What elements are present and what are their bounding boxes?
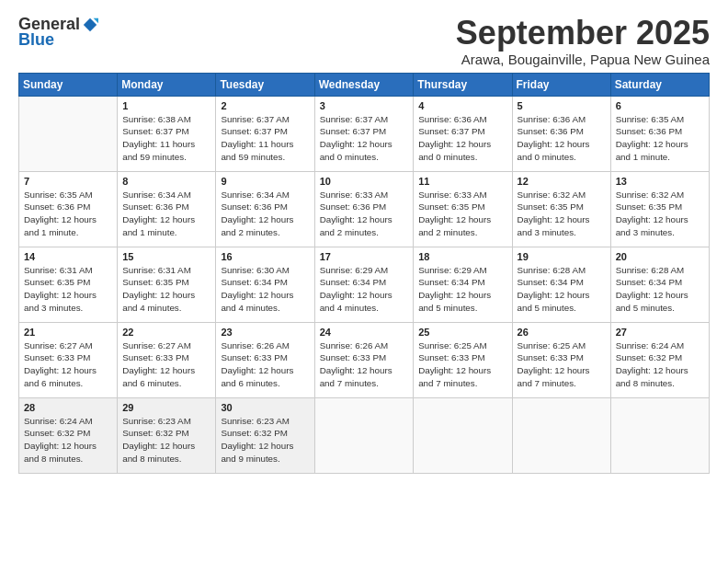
day-number: 28 — [24, 402, 112, 413]
day-info: Sunrise: 6:35 AM Sunset: 6:36 PM Dayligh… — [616, 113, 704, 164]
calendar-cell: 22Sunrise: 6:27 AM Sunset: 6:33 PM Dayli… — [118, 322, 216, 397]
day-number: 7 — [24, 176, 112, 187]
day-info: Sunrise: 6:27 AM Sunset: 6:33 PM Dayligh… — [122, 339, 210, 390]
day-number: 25 — [418, 327, 506, 338]
day-of-week-friday: Friday — [512, 73, 610, 96]
day-info: Sunrise: 6:24 AM Sunset: 6:32 PM Dayligh… — [24, 415, 112, 465]
calendar-cell: 28Sunrise: 6:24 AM Sunset: 6:32 PM Dayli… — [19, 397, 118, 473]
calendar-cell: 17Sunrise: 6:29 AM Sunset: 6:34 PM Dayli… — [314, 247, 414, 322]
day-number: 21 — [24, 327, 112, 338]
day-info: Sunrise: 6:24 AM Sunset: 6:32 PM Dayligh… — [616, 339, 704, 390]
day-of-week-thursday: Thursday — [414, 73, 512, 96]
location: Arawa, Bougainville, Papua New Guinea — [456, 52, 710, 67]
day-number: 11 — [418, 176, 506, 187]
day-info: Sunrise: 6:37 AM Sunset: 6:37 PM Dayligh… — [320, 113, 409, 164]
logo: General Blue — [18, 15, 98, 50]
day-of-week-tuesday: Tuesday — [216, 73, 314, 96]
day-number: 17 — [320, 251, 409, 262]
calendar-cell: 2Sunrise: 6:37 AM Sunset: 6:37 PM Daylig… — [216, 96, 314, 171]
day-info: Sunrise: 6:26 AM Sunset: 6:33 PM Dayligh… — [320, 339, 409, 390]
day-number: 5 — [518, 100, 606, 111]
page: General Blue September 2025 Arawa, Bouga… — [0, 0, 728, 563]
day-info: Sunrise: 6:32 AM Sunset: 6:35 PM Dayligh… — [518, 189, 606, 239]
calendar-cell: 10Sunrise: 6:33 AM Sunset: 6:36 PM Dayli… — [314, 171, 414, 247]
day-info: Sunrise: 6:31 AM Sunset: 6:35 PM Dayligh… — [24, 264, 112, 315]
calendar-cell — [414, 397, 512, 473]
calendar-cell: 30Sunrise: 6:23 AM Sunset: 6:32 PM Dayli… — [216, 397, 314, 473]
logo-icon — [82, 17, 98, 33]
day-number: 18 — [418, 251, 506, 262]
calendar-cell: 7Sunrise: 6:35 AM Sunset: 6:36 PM Daylig… — [19, 171, 118, 247]
day-number: 12 — [518, 176, 606, 187]
day-number: 16 — [221, 251, 309, 262]
day-number: 15 — [122, 251, 210, 262]
calendar-cell: 16Sunrise: 6:30 AM Sunset: 6:34 PM Dayli… — [216, 247, 314, 322]
day-number: 1 — [122, 100, 210, 111]
calendar-week-row: 21Sunrise: 6:27 AM Sunset: 6:33 PM Dayli… — [19, 322, 710, 397]
day-number: 8 — [122, 176, 210, 187]
day-number: 27 — [616, 327, 704, 338]
day-info: Sunrise: 6:27 AM Sunset: 6:33 PM Dayligh… — [24, 339, 112, 390]
day-of-week-monday: Monday — [118, 73, 216, 96]
calendar-cell: 6Sunrise: 6:35 AM Sunset: 6:36 PM Daylig… — [610, 96, 709, 171]
calendar-week-row: 1Sunrise: 6:38 AM Sunset: 6:37 PM Daylig… — [19, 96, 710, 171]
day-info: Sunrise: 6:33 AM Sunset: 6:35 PM Dayligh… — [418, 189, 506, 239]
calendar-week-row: 28Sunrise: 6:24 AM Sunset: 6:32 PM Dayli… — [19, 397, 710, 473]
day-info: Sunrise: 6:28 AM Sunset: 6:34 PM Dayligh… — [616, 264, 704, 315]
day-number: 30 — [221, 402, 309, 413]
day-number: 24 — [320, 327, 409, 338]
calendar-cell: 5Sunrise: 6:36 AM Sunset: 6:36 PM Daylig… — [512, 96, 610, 171]
calendar-cell: 29Sunrise: 6:23 AM Sunset: 6:32 PM Dayli… — [118, 397, 216, 473]
calendar-cell — [314, 397, 414, 473]
day-info: Sunrise: 6:29 AM Sunset: 6:34 PM Dayligh… — [320, 264, 409, 315]
day-of-week-sunday: Sunday — [19, 73, 118, 96]
calendar-cell: 14Sunrise: 6:31 AM Sunset: 6:35 PM Dayli… — [19, 247, 118, 322]
day-info: Sunrise: 6:31 AM Sunset: 6:35 PM Dayligh… — [122, 264, 210, 315]
calendar-cell — [512, 397, 610, 473]
day-number: 23 — [221, 327, 309, 338]
day-info: Sunrise: 6:29 AM Sunset: 6:34 PM Dayligh… — [418, 264, 506, 315]
day-number: 22 — [122, 327, 210, 338]
day-info: Sunrise: 6:33 AM Sunset: 6:36 PM Dayligh… — [320, 189, 409, 239]
month-title: September 2025 — [456, 15, 710, 52]
header: General Blue September 2025 Arawa, Bouga… — [18, 15, 710, 67]
calendar-cell: 23Sunrise: 6:26 AM Sunset: 6:33 PM Dayli… — [216, 322, 314, 397]
day-of-week-wednesday: Wednesday — [314, 73, 414, 96]
calendar-cell: 21Sunrise: 6:27 AM Sunset: 6:33 PM Dayli… — [19, 322, 118, 397]
day-number: 19 — [518, 251, 606, 262]
calendar-cell: 9Sunrise: 6:34 AM Sunset: 6:36 PM Daylig… — [216, 171, 314, 247]
day-info: Sunrise: 6:28 AM Sunset: 6:34 PM Dayligh… — [518, 264, 606, 315]
title-block: September 2025 Arawa, Bougainville, Papu… — [456, 15, 710, 67]
day-number: 2 — [221, 100, 309, 111]
calendar-cell — [19, 96, 118, 171]
day-info: Sunrise: 6:23 AM Sunset: 6:32 PM Dayligh… — [122, 415, 210, 465]
day-info: Sunrise: 6:36 AM Sunset: 6:36 PM Dayligh… — [518, 113, 606, 164]
calendar-week-row: 14Sunrise: 6:31 AM Sunset: 6:35 PM Dayli… — [19, 247, 710, 322]
day-number: 29 — [122, 402, 210, 413]
calendar-cell: 19Sunrise: 6:28 AM Sunset: 6:34 PM Dayli… — [512, 247, 610, 322]
day-info: Sunrise: 6:35 AM Sunset: 6:36 PM Dayligh… — [24, 189, 112, 239]
day-number: 9 — [221, 176, 309, 187]
day-number: 20 — [616, 251, 704, 262]
calendar-cell: 26Sunrise: 6:25 AM Sunset: 6:33 PM Dayli… — [512, 322, 610, 397]
day-info: Sunrise: 6:36 AM Sunset: 6:37 PM Dayligh… — [418, 113, 506, 164]
day-number: 14 — [24, 251, 112, 262]
calendar-cell: 25Sunrise: 6:25 AM Sunset: 6:33 PM Dayli… — [414, 322, 512, 397]
day-info: Sunrise: 6:38 AM Sunset: 6:37 PM Dayligh… — [122, 113, 210, 164]
calendar-cell: 1Sunrise: 6:38 AM Sunset: 6:37 PM Daylig… — [118, 96, 216, 171]
calendar-cell: 8Sunrise: 6:34 AM Sunset: 6:36 PM Daylig… — [118, 171, 216, 247]
day-number: 13 — [616, 176, 704, 187]
calendar-cell: 27Sunrise: 6:24 AM Sunset: 6:32 PM Dayli… — [610, 322, 709, 397]
day-of-week-saturday: Saturday — [610, 73, 709, 96]
svg-marker-0 — [84, 17, 97, 30]
calendar: SundayMondayTuesdayWednesdayThursdayFrid… — [18, 73, 710, 474]
day-number: 6 — [616, 100, 704, 111]
day-info: Sunrise: 6:25 AM Sunset: 6:33 PM Dayligh… — [418, 339, 506, 390]
day-info: Sunrise: 6:32 AM Sunset: 6:35 PM Dayligh… — [616, 189, 704, 239]
day-number: 3 — [320, 100, 409, 111]
calendar-cell: 3Sunrise: 6:37 AM Sunset: 6:37 PM Daylig… — [314, 96, 414, 171]
calendar-week-row: 7Sunrise: 6:35 AM Sunset: 6:36 PM Daylig… — [19, 171, 710, 247]
day-info: Sunrise: 6:37 AM Sunset: 6:37 PM Dayligh… — [221, 113, 309, 164]
calendar-header-row: SundayMondayTuesdayWednesdayThursdayFrid… — [19, 73, 710, 96]
logo-blue-text: Blue — [18, 30, 54, 50]
